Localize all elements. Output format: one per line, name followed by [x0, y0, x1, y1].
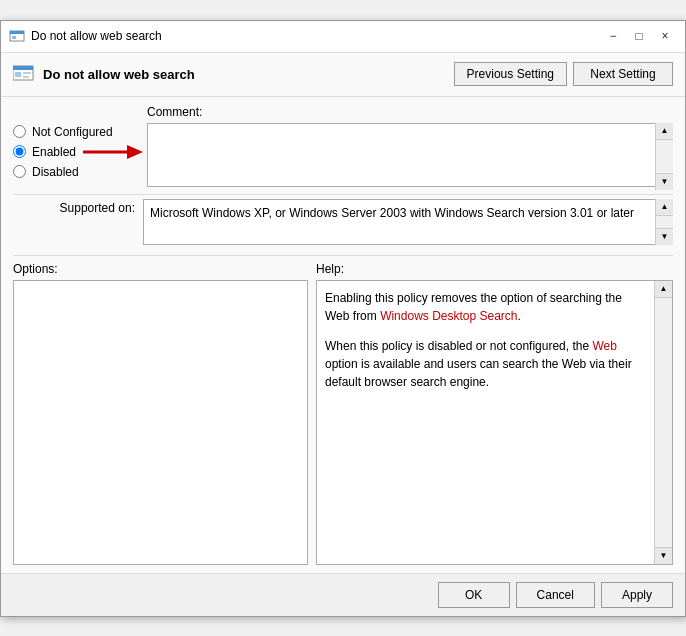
options-box: [13, 280, 308, 565]
supported-on-value-wrapper: Microsoft Windows XP, or Windows Server …: [143, 199, 673, 245]
title-controls: − □ ×: [601, 26, 677, 46]
options-label: Options:: [13, 262, 308, 276]
window-icon: [9, 28, 25, 44]
help-scroll-down: ▼: [655, 547, 672, 564]
radio-group: Not Configured Enabled Disabled: [13, 105, 143, 190]
header-title-text: Do not allow web search: [43, 67, 195, 82]
title-bar-left: Do not allow web search: [9, 28, 162, 44]
next-setting-button[interactable]: Next Setting: [573, 62, 673, 86]
main-window: Do not allow web search − □ × Do not all…: [0, 20, 686, 617]
comment-section: Comment: ▲ ▼: [147, 105, 673, 190]
highlight-windows-desktop-search: Windows Desktop Search: [380, 309, 517, 323]
previous-setting-button[interactable]: Previous Setting: [454, 62, 567, 86]
help-para-2: When this policy is disabled or not conf…: [325, 337, 648, 391]
cancel-button[interactable]: Cancel: [516, 582, 595, 608]
options-panel: Options:: [13, 262, 308, 565]
svg-rect-4: [13, 66, 33, 70]
svg-rect-5: [15, 72, 21, 77]
not-configured-label: Not Configured: [32, 125, 113, 139]
bottom-bar: OK Cancel Apply: [1, 573, 685, 616]
supported-on-text: Microsoft Windows XP, or Windows Server …: [143, 199, 673, 245]
ok-button[interactable]: OK: [438, 582, 510, 608]
help-box-wrapper: Enabling this policy removes the option …: [316, 280, 673, 565]
svg-rect-7: [23, 76, 29, 78]
not-configured-radio[interactable]: [13, 125, 26, 138]
help-label: Help:: [316, 262, 673, 276]
disabled-option[interactable]: Disabled: [13, 165, 143, 179]
top-row: Not Configured Enabled Disabled: [13, 105, 673, 190]
help-panel: Help: Enabling this policy removes the o…: [316, 262, 673, 565]
svg-rect-6: [23, 72, 31, 74]
help-content: Enabling this policy removes the option …: [317, 281, 672, 399]
enabled-option[interactable]: Enabled: [13, 145, 143, 159]
minimize-button[interactable]: −: [601, 26, 625, 46]
comment-label: Comment:: [147, 105, 673, 119]
svg-rect-2: [12, 36, 16, 39]
disabled-radio[interactable]: [13, 165, 26, 178]
title-bar: Do not allow web search − □ ×: [1, 21, 685, 53]
header-bar: Do not allow web search Previous Setting…: [1, 53, 685, 97]
not-configured-option[interactable]: Not Configured: [13, 125, 143, 139]
comment-box-wrapper: ▲ ▼: [147, 123, 673, 190]
help-para-1: Enabling this policy removes the option …: [325, 289, 648, 325]
title-text: Do not allow web search: [31, 29, 162, 43]
content-area: Not Configured Enabled Disabled: [1, 97, 685, 573]
highlight-web: Web: [592, 339, 616, 353]
maximize-button[interactable]: □: [627, 26, 651, 46]
svg-rect-1: [10, 31, 24, 34]
svg-marker-9: [127, 145, 143, 159]
header-icon: [13, 64, 35, 85]
enabled-arrow-indicator: [83, 141, 143, 163]
supported-on-row: Supported on: Microsoft Windows XP, or W…: [13, 194, 673, 249]
apply-button[interactable]: Apply: [601, 582, 673, 608]
disabled-label: Disabled: [32, 165, 79, 179]
bottom-section: Options: Help: Enabling this policy remo…: [13, 255, 673, 565]
header-buttons: Previous Setting Next Setting: [454, 62, 673, 86]
enabled-label: Enabled: [32, 145, 76, 159]
enabled-radio[interactable]: [13, 145, 26, 158]
comment-textarea[interactable]: [147, 123, 673, 187]
close-button[interactable]: ×: [653, 26, 677, 46]
supported-on-label: Supported on:: [13, 199, 143, 215]
header-title-section: Do not allow web search: [13, 64, 195, 85]
